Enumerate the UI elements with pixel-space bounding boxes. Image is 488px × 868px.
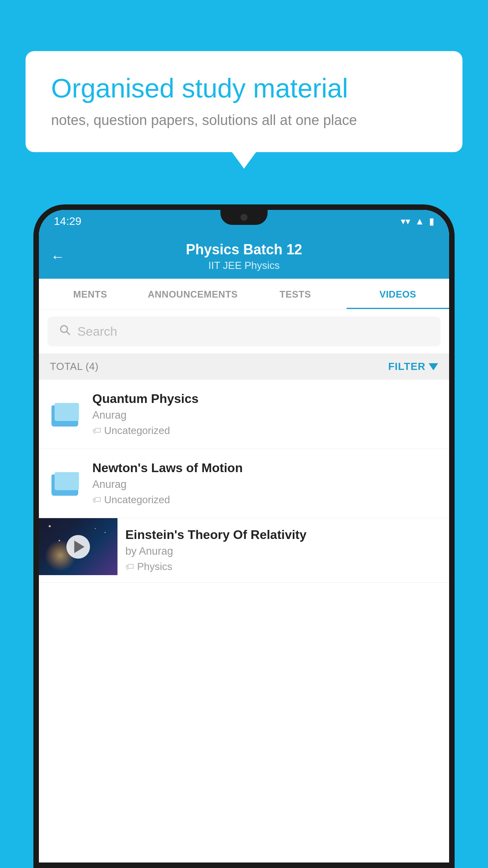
folder-icon-quantum xyxy=(50,393,81,428)
camera-dot xyxy=(240,214,248,221)
back-button[interactable]: ← xyxy=(51,248,65,265)
header-title-block: Physics Batch 12 IIT JEE Physics xyxy=(73,241,415,272)
video-author-newton: Anurag xyxy=(92,478,438,491)
tag-label-newton: Uncategorized xyxy=(104,494,170,506)
wifi-icon: ▾▾ xyxy=(401,216,410,227)
total-count: TOTAL (4) xyxy=(50,360,99,373)
speech-bubble-wrapper: Organised study material notes, question… xyxy=(26,51,462,152)
tab-announcements[interactable]: ANNOUNCEMENTS xyxy=(141,279,244,309)
search-box[interactable]: Search xyxy=(48,316,440,346)
video-author-quantum: Anurag xyxy=(92,409,438,421)
search-container: Search xyxy=(39,309,449,353)
tag-icon-einstein: 🏷 xyxy=(125,562,134,572)
video-title-newton: Newton's Laws of Motion xyxy=(92,461,438,475)
folder-icon-newton xyxy=(50,462,81,498)
video-title-einstein: Einstein's Theory Of Relativity xyxy=(125,528,441,542)
tag-label-einstein: Physics xyxy=(137,561,172,573)
video-title-quantum: Quantum Physics xyxy=(92,392,438,406)
video-item-quantum[interactable]: Quantum Physics Anurag 🏷 Uncategorized xyxy=(39,380,449,449)
phone-outer: 14:29 ▾▾ ▲ ▮ ← Physics Batch 12 IIT JEE … xyxy=(33,204,455,868)
filter-button[interactable]: FILTER xyxy=(388,360,438,373)
play-triangle-icon xyxy=(74,541,84,553)
app-header: ← Physics Batch 12 IIT JEE Physics xyxy=(39,233,449,279)
tab-videos[interactable]: VIDEOS xyxy=(347,279,449,309)
video-author-einstein: by Anurag xyxy=(125,545,441,557)
notch xyxy=(220,210,268,225)
play-button-einstein[interactable] xyxy=(66,535,90,559)
header-title: Physics Batch 12 xyxy=(73,241,415,258)
tabs-bar: MENTS ANNOUNCEMENTS TESTS VIDEOS xyxy=(39,279,449,309)
video-item-einstein[interactable]: Einstein's Theory Of Relativity by Anura… xyxy=(39,518,449,583)
video-info-quantum: Quantum Physics Anurag 🏷 Uncategorized xyxy=(92,392,438,437)
tag-icon-newton: 🏷 xyxy=(92,495,101,505)
battery-icon: ▮ xyxy=(429,216,434,227)
phone-screen: 14:29 ▾▾ ▲ ▮ ← Physics Batch 12 IIT JEE … xyxy=(39,210,449,862)
search-icon xyxy=(59,324,71,339)
filter-funnel-icon xyxy=(429,363,438,370)
tab-ments[interactable]: MENTS xyxy=(39,279,141,309)
phone-wrapper: 14:29 ▾▾ ▲ ▮ ← Physics Batch 12 IIT JEE … xyxy=(33,204,455,868)
tag-label-quantum: Uncategorized xyxy=(104,425,170,437)
filter-label: FILTER xyxy=(388,360,426,373)
video-tag-newton: 🏷 Uncategorized xyxy=(92,494,438,506)
video-tag-einstein: 🏷 Physics xyxy=(125,561,441,573)
speech-bubble: Organised study material notes, question… xyxy=(26,51,462,152)
signal-icon: ▲ xyxy=(415,216,424,227)
video-info-einstein: Einstein's Theory Of Relativity by Anura… xyxy=(117,518,449,582)
status-icons: ▾▾ ▲ ▮ xyxy=(401,216,434,227)
video-thumbnail-einstein xyxy=(39,518,117,575)
svg-line-1 xyxy=(67,332,70,335)
speech-bubble-subtext: notes, question papers, solutions all at… xyxy=(51,112,437,129)
search-placeholder: Search xyxy=(77,324,117,339)
video-tag-quantum: 🏷 Uncategorized xyxy=(92,425,438,437)
status-time: 14:29 xyxy=(54,215,81,228)
status-bar: 14:29 ▾▾ ▲ ▮ xyxy=(39,210,449,233)
tab-tests[interactable]: TESTS xyxy=(244,279,347,309)
filter-bar: TOTAL (4) FILTER xyxy=(39,353,449,380)
header-subtitle: IIT JEE Physics xyxy=(73,259,415,272)
videos-list: Quantum Physics Anurag 🏷 Uncategorized xyxy=(39,380,449,862)
speech-bubble-heading: Organised study material xyxy=(51,73,437,103)
video-info-newton: Newton's Laws of Motion Anurag 🏷 Uncateg… xyxy=(92,461,438,506)
video-item-newton[interactable]: Newton's Laws of Motion Anurag 🏷 Uncateg… xyxy=(39,449,449,518)
tag-icon-quantum: 🏷 xyxy=(92,426,101,436)
